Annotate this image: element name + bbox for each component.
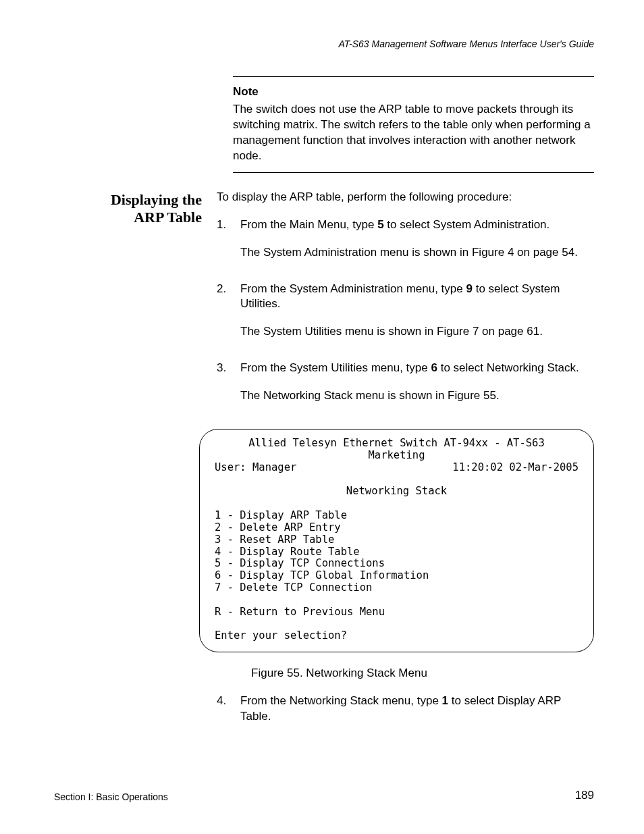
terminal-figure: Allied Telesyn Ethernet Switch AT-94xx -… <box>199 429 594 652</box>
menu-item: 4 - Display Route Table <box>215 546 360 558</box>
step-4: 4. From the Networking Stack menu, type … <box>217 694 594 737</box>
menu-item: 5 - Display TCP Connections <box>215 557 385 569</box>
menu-item: 3 - Reset ARP Table <box>215 533 334 546</box>
main-column: To display the ARP table, perform the fo… <box>217 190 594 425</box>
step-number: 4. <box>217 694 240 737</box>
step-number: 3. <box>217 361 240 416</box>
menu-return: R - Return to Previous Menu <box>215 606 385 618</box>
step-text: From the System Utilities menu, type 6 t… <box>240 361 594 416</box>
menu-prompt: Enter your selection? <box>215 629 347 642</box>
section-row: Displaying the ARP Table To display the … <box>84 190 594 425</box>
content-area: Note The switch does not use the ARP tab… <box>84 76 594 746</box>
note-text: The switch does not use the ARP table to… <box>233 102 594 164</box>
step-number: 1. <box>217 217 240 273</box>
menu-item: 2 - Delete ARP Entry <box>215 521 341 533</box>
step-text: From the System Administration menu, typ… <box>240 282 594 353</box>
footer-page-number: 189 <box>575 788 594 804</box>
steps-list: 1. From the Main Menu, type 5 to select … <box>217 217 594 417</box>
key-9: 9 <box>466 282 472 295</box>
step-text: From the Networking Stack menu, type 1 t… <box>240 694 594 737</box>
menu-item: 1 - Display ARP Table <box>215 509 347 521</box>
key-6: 6 <box>431 361 437 374</box>
note-label: Note <box>233 84 594 100</box>
key-5: 5 <box>377 218 383 231</box>
post-terminal-steps: 4. From the Networking Stack menu, type … <box>217 694 594 737</box>
page: AT-S63 Management Software Menus Interfa… <box>0 0 644 834</box>
step-number: 2. <box>217 282 240 353</box>
menu-item: 7 - Delete TCP Connection <box>215 581 372 594</box>
menu-item: 6 - Display TCP Global Information <box>215 569 429 581</box>
key-1: 1 <box>442 694 448 707</box>
figure-caption: Figure 55. Networking Stack Menu <box>84 666 594 681</box>
step-1: 1. From the Main Menu, type 5 to select … <box>217 217 594 273</box>
note-block: Note The switch does not use the ARP tab… <box>233 76 594 173</box>
running-header: AT-S63 Management Software Menus Interfa… <box>338 38 594 51</box>
step-3: 3. From the System Utilities menu, type … <box>217 361 594 416</box>
step-2: 2. From the System Administration menu, … <box>217 282 594 353</box>
terminal-menu-title: Networking Stack <box>215 486 579 498</box>
terminal-screen: Allied Telesyn Ethernet Switch AT-94xx -… <box>199 429 594 652</box>
side-heading: Displaying the ARP Table <box>84 190 217 425</box>
footer-section: Section I: Basic Operations <box>54 791 168 804</box>
terminal-datetime: 11:20:02 02-Mar-2005 <box>452 462 579 474</box>
terminal-user: User: Manager <box>215 462 296 474</box>
intro-text: To display the ARP table, perform the fo… <box>217 190 594 205</box>
step-text: From the Main Menu, type 5 to select Sys… <box>240 217 594 273</box>
